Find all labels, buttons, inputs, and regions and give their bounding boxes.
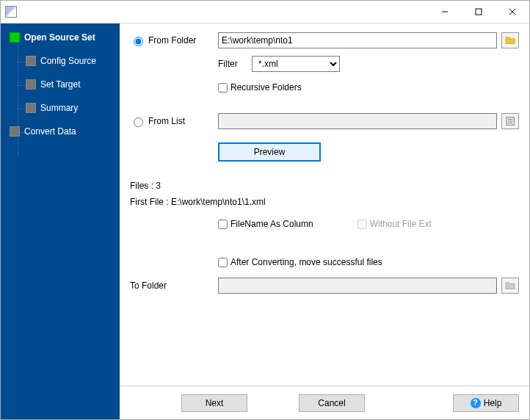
filename-as-column-checkbox-label[interactable]: FileName As Column xyxy=(218,219,313,229)
after-convert-move-checkbox-label[interactable]: After Converting, move successful files xyxy=(218,257,382,267)
to-folder-label: To Folder xyxy=(130,280,167,291)
button-bar: Next Cancel ? Help xyxy=(120,385,529,419)
browse-to-folder-button[interactable] xyxy=(501,278,519,294)
from-list-path-input[interactable] xyxy=(218,113,497,129)
app-window: Open Source Set Config Source Set Target… xyxy=(0,0,530,420)
filename-as-column-checkbox[interactable] xyxy=(218,220,228,229)
filter-select[interactable]: *.xml xyxy=(252,56,340,72)
minimize-button[interactable] xyxy=(428,1,462,23)
help-button[interactable]: ? Help xyxy=(453,394,519,412)
main-panel: From Folder Filter *.xml xyxy=(120,23,529,385)
to-folder-path-input[interactable] xyxy=(218,278,497,294)
app-icon xyxy=(5,6,17,18)
sidebar-item-config-source[interactable]: Config Source xyxy=(4,53,117,69)
sidebar-item-label: Open Source Set xyxy=(24,32,95,43)
sidebar-item-label: Set Target xyxy=(40,79,80,90)
first-file-label: First File : E:\work\temp\nto1\1.xml xyxy=(130,197,519,207)
sidebar-item-open-source-set[interactable]: Open Source Set xyxy=(4,29,117,46)
sidebar-item-label: Convert Data xyxy=(24,126,76,137)
recursive-folders-checkbox[interactable] xyxy=(218,83,228,93)
sidebar: Open Source Set Config Source Set Target… xyxy=(1,23,120,419)
svg-rect-1 xyxy=(476,9,482,15)
sidebar-item-label: Summary xyxy=(40,103,78,113)
sidebar-item-set-target[interactable]: Set Target xyxy=(4,76,117,93)
close-button[interactable] xyxy=(495,1,529,23)
recursive-folders-checkbox-label[interactable]: Recursive Folders xyxy=(218,82,302,93)
next-button[interactable]: Next xyxy=(181,394,247,412)
sidebar-item-convert-data[interactable]: Convert Data xyxy=(4,123,117,140)
after-convert-move-checkbox[interactable] xyxy=(218,258,228,267)
browse-list-button[interactable] xyxy=(501,113,519,129)
from-list-radio-label[interactable]: From List xyxy=(130,115,218,127)
sidebar-item-label: Config Source xyxy=(40,56,96,66)
filter-label: Filter xyxy=(218,59,247,69)
without-file-ext-checkbox xyxy=(357,220,367,229)
from-folder-radio-label[interactable]: From Folder xyxy=(130,35,218,46)
titlebar xyxy=(1,1,529,23)
step-icon xyxy=(26,56,36,66)
window-controls xyxy=(428,1,529,23)
step-icon xyxy=(26,79,36,90)
cancel-button[interactable]: Cancel xyxy=(299,394,365,412)
browse-folder-button[interactable] xyxy=(501,32,519,48)
sidebar-item-summary[interactable]: Summary xyxy=(4,100,117,116)
maximize-button[interactable] xyxy=(462,1,495,23)
step-icon xyxy=(10,32,20,43)
files-count-label: Files : 3 xyxy=(130,181,519,191)
from-list-radio[interactable] xyxy=(134,117,143,127)
help-icon: ? xyxy=(471,398,481,408)
preview-button[interactable]: Preview xyxy=(218,142,321,162)
from-folder-path-input[interactable] xyxy=(218,32,497,48)
step-icon xyxy=(26,103,36,113)
without-file-ext-checkbox-label: Without File Ext xyxy=(357,219,432,229)
from-folder-radio[interactable] xyxy=(134,37,143,46)
